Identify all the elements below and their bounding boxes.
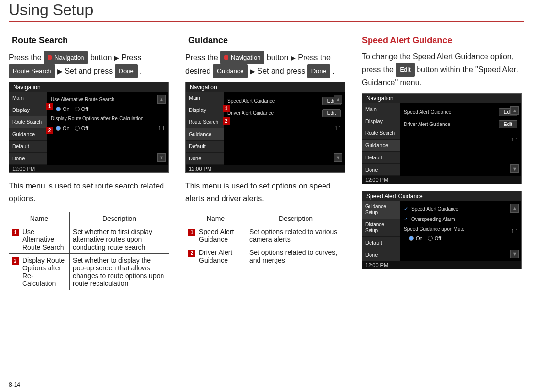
callout-2: 2 xyxy=(46,127,53,134)
menu-item: Done xyxy=(186,153,224,165)
table-cell-name: 1Speed Alert Guidance xyxy=(185,225,246,246)
down-arrow-icon: ▼ xyxy=(510,164,519,173)
page-number: 8-14 xyxy=(9,381,20,388)
instructions-guidance: Press the Navigation button ▶ Press the … xyxy=(185,51,345,78)
col-guidance: Guidance Press the Navigation button ▶ P… xyxy=(185,34,345,290)
term-name: Speed Alert Guidance xyxy=(199,228,243,243)
up-arrow-icon: ▲ xyxy=(157,95,166,104)
up-arrow-icon: ▲ xyxy=(510,204,519,213)
menu-item: Default xyxy=(9,141,47,153)
text: Set and press xyxy=(65,67,114,75)
callout-1: 1 xyxy=(46,103,53,110)
radio-off-icon xyxy=(75,107,80,111)
navigation-button-label: Navigation xyxy=(44,51,88,64)
pointer-icon: ▶ xyxy=(114,54,119,62)
menu-item: Main xyxy=(362,103,400,115)
route-search-button-label: Route Search xyxy=(9,64,55,78)
screenshot-sidebar: Main Display Route Search Guidance Defau… xyxy=(9,92,47,165)
screenshot-guidance: Navigation Main Display Route Search Gui… xyxy=(185,82,345,173)
screenshot-main: Use Alternative Route Search 1 OnOff Dis… xyxy=(47,92,168,165)
up-arrow-icon: ▲ xyxy=(334,95,342,104)
option-label: Use Alternative Route Search xyxy=(51,97,164,102)
text: Navigation xyxy=(231,54,260,61)
callout-1: 1 xyxy=(12,229,19,236)
pager: ▲1 1▼ xyxy=(333,95,343,162)
term-name: Use Alternative Route Search xyxy=(22,228,66,251)
text: Press the xyxy=(9,53,44,62)
check-icon: ✓ xyxy=(404,206,408,212)
page-indicator: 1 1 xyxy=(511,115,518,164)
menu-item: Display xyxy=(362,115,400,127)
status-bar: 12:00 PM xyxy=(9,165,168,172)
menu-item: Default xyxy=(362,152,400,164)
navigation-button-label: Navigation xyxy=(220,51,264,64)
radio-off-icon xyxy=(75,126,80,131)
screenshot-title: Navigation xyxy=(186,82,345,92)
table-cell-name: 2Driver Alert Guidance xyxy=(185,246,246,267)
pointer-icon: ▶ xyxy=(57,67,63,75)
description: This menu is used to set options on spee… xyxy=(185,180,345,205)
screenshot-route-search: Navigation Main Display Route Search Gui… xyxy=(9,82,169,173)
text: Navigation xyxy=(54,54,84,61)
table-header: Name xyxy=(9,212,69,225)
check-icon: ✓ xyxy=(404,216,408,222)
menu-item-active: Guidance Setup xyxy=(362,201,400,219)
menu-item: Main xyxy=(186,92,224,104)
pager: ▲1 1▼ xyxy=(510,204,519,258)
instructions-route-search: Press the Navigation button ▶ Press Rout… xyxy=(9,51,169,78)
page-title: Using Setup xyxy=(9,1,524,22)
callout-2: 2 xyxy=(12,257,19,265)
term-name: Driver Alert Guidance xyxy=(199,249,243,264)
screenshot-sidebar: Main Display Route Search Guidance Defau… xyxy=(186,92,224,165)
menu-item: Display xyxy=(186,104,224,116)
done-button-label: Done xyxy=(115,64,138,78)
text: On xyxy=(63,106,70,112)
nav-icon xyxy=(48,55,52,60)
option-label: Overspeeding Alarm xyxy=(411,217,517,222)
menu-item: Done xyxy=(362,249,400,261)
menu-item: Done xyxy=(362,164,400,176)
edit-button-label: Edit xyxy=(396,63,414,77)
menu-item: Distance Setup xyxy=(362,219,400,237)
menu-item-active: Route Search xyxy=(9,116,47,128)
option-label: Driver Alert Guidance xyxy=(404,122,499,127)
down-arrow-icon: ▼ xyxy=(510,250,519,258)
table-cell-name: 2Display Route Options after Re-Calculat… xyxy=(9,254,69,290)
screenshot-speed-alert-guidance: Speed Alert Guidance Guidance Setup Dist… xyxy=(362,191,522,269)
screenshot-guidance-edit: Navigation Main Display Route Search Gui… xyxy=(362,93,522,184)
radio-off-icon xyxy=(428,236,433,241)
menu-item: Route Search xyxy=(186,116,224,128)
menu-item: Done xyxy=(9,153,47,165)
option-label: Speed Alert Guidance xyxy=(227,98,322,104)
done-button-label: Done xyxy=(307,64,330,78)
table-cell-desc: Set options related to curves, and merge… xyxy=(246,246,345,267)
page-indicator: 1 1 xyxy=(158,104,165,153)
text: Off xyxy=(81,125,88,131)
table-header: Description xyxy=(246,212,345,225)
col-speed-alert: Speed Alert Guidance To change the Speed… xyxy=(362,34,522,290)
menu-item-active: Guidance xyxy=(362,140,400,152)
screenshot-main: ✓Speed Alert Guidance ✓Overspeeding Alar… xyxy=(400,201,521,261)
nav-icon xyxy=(224,55,228,60)
screenshot-main: Speed Alert GuidanceEdit Driver Alert Gu… xyxy=(400,103,521,176)
option-label: Speed Alert Guidance xyxy=(411,206,517,212)
menu-item: Default xyxy=(362,237,400,249)
table-cell-desc: Set options related to various camera al… xyxy=(246,225,345,246)
text: Set and press xyxy=(257,67,307,75)
status-bar: 12:00 PM xyxy=(362,176,521,184)
pager: ▲1 1▼ xyxy=(157,95,166,162)
screenshot-sidebar: Guidance Setup Distance Setup Default Do… xyxy=(362,201,400,261)
status-bar: 12:00 PM xyxy=(362,261,521,269)
page-indicator: 1 1 xyxy=(511,213,518,250)
callout-2: 2 xyxy=(188,250,195,257)
table-cell-desc: Set whether to first display alternative… xyxy=(69,225,169,254)
menu-item: Default xyxy=(186,141,224,153)
option-label: Driver Alert Guidance xyxy=(227,110,322,116)
option-label: Speed Guidance upon Mute xyxy=(404,226,517,232)
radio-on-icon xyxy=(409,236,414,241)
option-label: Speed Alert Guidance xyxy=(404,110,499,115)
menu-item: Route Search xyxy=(362,127,400,140)
callout-1: 1 xyxy=(188,229,195,236)
callout-2: 2 xyxy=(223,117,230,125)
up-arrow-icon: ▲ xyxy=(510,106,519,115)
